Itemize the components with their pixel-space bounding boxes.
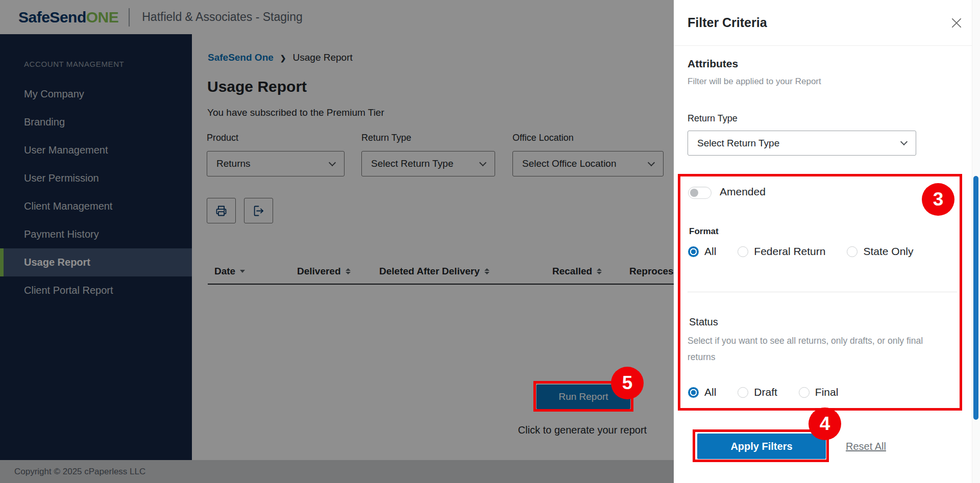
format-radio-state-only[interactable]: State Only [847,245,913,258]
radio-unselected-icon [738,387,748,398]
status-radio-all[interactable]: All [688,386,716,398]
close-icon [949,16,964,30]
radio-label: State Only [863,245,913,258]
format-label: Format [689,226,719,237]
radio-label: All [704,245,716,258]
radio-label: Draft [754,386,777,398]
radio-selected-icon [688,246,699,257]
format-radio-group: All Federal Return State Only [688,245,935,258]
status-label: Status [689,316,718,328]
panel-divider [688,292,957,292]
radio-selected-icon [688,387,699,398]
reset-all-link[interactable]: Reset All [846,441,886,452]
panel-return-type-label: Return Type [688,113,738,124]
status-radio-group: All Draft Final [688,386,860,398]
radio-label: Final [815,386,839,398]
format-radio-federal-return[interactable]: Federal Return [738,245,825,258]
panel-return-type-value: Select Return Type [697,138,779,149]
amended-label: Amended [720,186,766,198]
attributes-heading: Attributes [688,58,738,70]
apply-filters-button[interactable]: Apply Filters [697,434,826,459]
radio-unselected-icon [738,246,748,257]
panel-scrollbar-thumb[interactable] [973,176,978,420]
format-radio-all[interactable]: All [688,245,716,258]
radio-label: All [704,386,716,398]
close-button[interactable] [949,16,964,30]
radio-unselected-icon [847,246,857,257]
panel-title: Filter Criteria [688,15,767,30]
toggle-knob [690,189,698,197]
chevron-down-icon [900,138,908,145]
amended-toggle[interactable] [688,187,712,199]
status-radio-draft[interactable]: Draft [738,386,777,398]
panel-scrollbar-track[interactable] [972,0,980,483]
dim-overlay [0,0,674,483]
panel-header: Filter Criteria [674,0,980,46]
radio-label: Federal Return [754,245,825,258]
filter-criteria-panel: Filter Criteria Attributes Filter will b… [674,0,980,483]
radio-unselected-icon [799,387,810,398]
panel-return-type-select[interactable]: Select Return Type [688,131,916,156]
status-description: Select if you want to see all returns, o… [688,333,923,365]
status-radio-final[interactable]: Final [799,386,839,398]
attributes-subheading: Filter will be applied to your Report [688,77,821,87]
app-screen: SafeSendONE Hatfield & Associates - Stag… [0,0,980,483]
